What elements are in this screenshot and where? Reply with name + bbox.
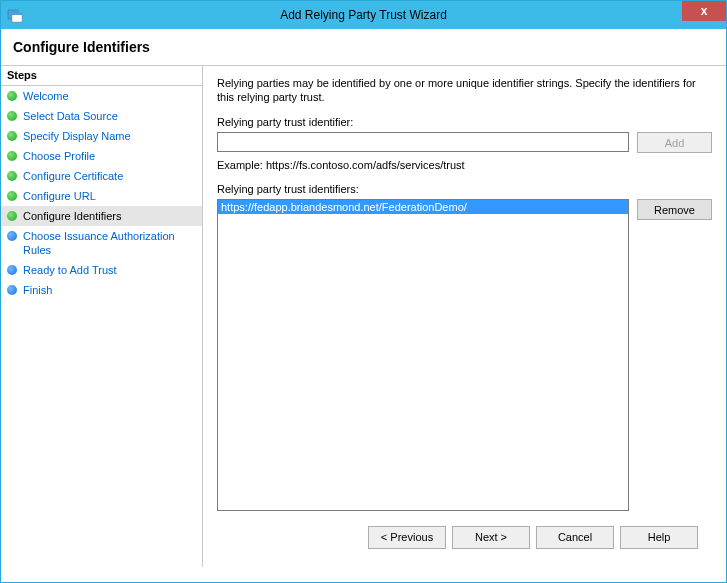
step-finish[interactable]: Finish [1, 280, 202, 300]
cancel-button[interactable]: Cancel [536, 526, 614, 549]
step-bullet-icon [7, 191, 17, 201]
step-configure-identifiers[interactable]: Configure Identifiers [1, 206, 202, 226]
step-bullet-icon [7, 211, 17, 221]
identifiers-listbox[interactable]: https://fedapp.briandesmond.net/Federati… [217, 199, 629, 511]
window-title: Add Relying Party Trust Wizard [1, 8, 726, 22]
step-label: Configure Certificate [23, 169, 123, 183]
list-item[interactable]: https://fedapp.briandesmond.net/Federati… [218, 200, 628, 214]
step-bullet-icon [7, 231, 17, 241]
step-welcome[interactable]: Welcome [1, 86, 202, 106]
step-label: Choose Issuance Authorization Rules [23, 229, 196, 257]
step-label: Select Data Source [23, 109, 118, 123]
close-button[interactable]: x [682, 1, 726, 21]
step-bullet-icon [7, 131, 17, 141]
help-button[interactable]: Help [620, 526, 698, 549]
step-label: Welcome [23, 89, 69, 103]
main-panel: Relying parties may be identified by one… [203, 66, 726, 567]
step-label: Configure URL [23, 189, 96, 203]
step-label: Configure Identifiers [23, 209, 121, 223]
steps-sidebar: Steps WelcomeSelect Data SourceSpecify D… [1, 66, 203, 567]
step-configure-url[interactable]: Configure URL [1, 186, 202, 206]
instruction-text: Relying parties may be identified by one… [217, 76, 712, 104]
example-text: Example: https://fs.contoso.com/adfs/ser… [217, 159, 712, 171]
identifier-input[interactable] [217, 132, 629, 152]
step-bullet-icon [7, 265, 17, 275]
step-bullet-icon [7, 151, 17, 161]
titlebar: Add Relying Party Trust Wizard x [1, 1, 726, 29]
identifier-label: Relying party trust identifier: [217, 116, 712, 128]
step-bullet-icon [7, 171, 17, 181]
step-ready-to-add-trust[interactable]: Ready to Add Trust [1, 260, 202, 280]
step-label: Ready to Add Trust [23, 263, 117, 277]
remove-button[interactable]: Remove [637, 199, 712, 220]
step-label: Choose Profile [23, 149, 95, 163]
steps-header: Steps [1, 66, 202, 86]
step-select-data-source[interactable]: Select Data Source [1, 106, 202, 126]
step-bullet-icon [7, 91, 17, 101]
add-button[interactable]: Add [637, 132, 712, 153]
step-label: Finish [23, 283, 52, 297]
next-button[interactable]: Next > [452, 526, 530, 549]
close-icon: x [701, 4, 708, 18]
step-bullet-icon [7, 111, 17, 121]
footer-buttons: < Previous Next > Cancel Help [217, 517, 712, 557]
page-header: Configure Identifiers [1, 29, 726, 66]
step-label: Specify Display Name [23, 129, 131, 143]
identifiers-label: Relying party trust identifiers: [217, 183, 712, 195]
previous-button[interactable]: < Previous [368, 526, 446, 549]
step-specify-display-name[interactable]: Specify Display Name [1, 126, 202, 146]
step-choose-issuance-authorization-rules[interactable]: Choose Issuance Authorization Rules [1, 226, 202, 260]
step-bullet-icon [7, 285, 17, 295]
step-choose-profile[interactable]: Choose Profile [1, 146, 202, 166]
page-title: Configure Identifiers [13, 39, 714, 55]
step-configure-certificate[interactable]: Configure Certificate [1, 166, 202, 186]
